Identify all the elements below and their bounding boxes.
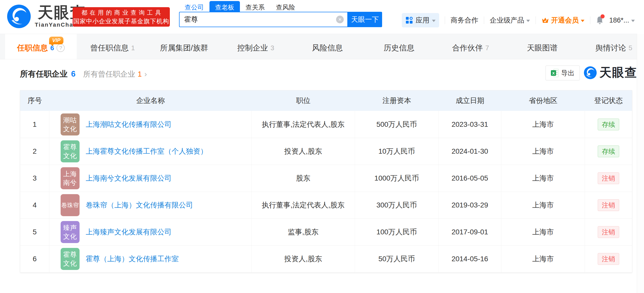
page-tab[interactable]: 舆情讨论 5 [578, 34, 637, 59]
apps-menu[interactable]: 应用 [402, 13, 439, 27]
table-row: 3 上海南兮 上海南兮文化发展有限公司 股东 1000万人民币 2016-05-… [20, 165, 632, 192]
status-badge: 注销 [598, 172, 619, 184]
search-button[interactable]: 天眼一下 [348, 12, 382, 27]
cell-date: 2014-05-16 [439, 246, 501, 272]
company-link[interactable]: 上海臻声文化发展有限公司 [86, 227, 172, 237]
company-link[interactable]: 上海潮咕文化传播有限公司 [86, 120, 172, 129]
row-number: 5 [33, 228, 37, 236]
status-badge: 注销 [598, 199, 619, 211]
capital-text: 1000万人民币 [374, 173, 419, 183]
page-tab-label: 曾任职信息 [90, 43, 129, 53]
company-link[interactable]: 上海霍尊文化传播工作室（个人独资） [86, 146, 207, 156]
cell-status: 存续 [585, 111, 632, 138]
clear-search-icon[interactable]: ✕ [336, 16, 344, 23]
cell-capital: 500万人民币 [355, 111, 439, 138]
cell-date: 2023-03-31 [439, 111, 501, 138]
page-tab-label: 历史信息 [384, 43, 414, 53]
notifications-bell[interactable] [596, 16, 604, 25]
status-badge: 注销 [598, 226, 619, 238]
capital-text: 10万人民币 [378, 146, 415, 156]
cell-region: 上海市 [501, 246, 585, 272]
position-text: 执行董事,法定代表人,股东 [262, 200, 345, 210]
export-button[interactable]: X 导出 [546, 66, 580, 80]
page-tab[interactable]: 控制企业 3 [220, 34, 292, 59]
date-text: 2024-01-30 [451, 147, 488, 155]
nav-cooperation[interactable]: 商务合作 [451, 16, 478, 25]
cell-date: 2024-01-30 [439, 138, 501, 165]
cell-position: 监事,股东 [252, 219, 355, 245]
cell-region: 上海市 [501, 111, 585, 138]
capital-text: 50万人民币 [378, 254, 415, 264]
company-link[interactable]: 卷珠帘（上海）文化传播有限公司 [86, 200, 193, 210]
help-icon[interactable]: ? [57, 44, 65, 52]
region-text: 上海市 [532, 254, 554, 264]
capital-text: 100万人民币 [376, 227, 417, 237]
cell-index: 6 [20, 246, 49, 272]
search-type-tab-label: 查风险 [276, 4, 295, 11]
page-tab[interactable]: 所属集团/族群 [148, 34, 220, 59]
column-header: 成立日期 [439, 90, 501, 111]
page-tab[interactable]: 风险信息 [292, 34, 363, 59]
former-positions-link[interactable]: 所有曾任职企业 1 › [83, 69, 147, 79]
cell-position: 投资人,股东 [252, 138, 355, 165]
nav-open-vip[interactable]: 开通会员 [541, 16, 584, 25]
cell-company: 霍尊文化 上海霍尊文化传播工作室（个人独资） [49, 138, 252, 165]
company-link[interactable]: 上海南兮文化发展有限公司 [86, 173, 172, 183]
company-avatar: 臻声文化 [61, 221, 80, 243]
page-tab[interactable]: 天眼图谱 [506, 34, 578, 59]
cell-capital: 50万人民币 [355, 246, 439, 272]
chevron-down-icon [432, 20, 436, 22]
page-tab[interactable]: 曾任职信息 1 [77, 34, 148, 59]
date-text: 2017-09-01 [451, 228, 488, 236]
notification-dot [601, 14, 605, 18]
column-header: 登记状态 [585, 90, 632, 111]
date-text: 2014-05-16 [451, 255, 488, 263]
company-link[interactable]: 霍尊（上海）文化传播工作室 [86, 254, 179, 264]
page-tab[interactable]: 合作伙伴 7 [435, 34, 506, 59]
region-text: 上海市 [532, 173, 554, 183]
cell-region: 上海市 [501, 219, 585, 245]
divider [536, 16, 536, 24]
nav-enterprise-products[interactable]: 企业级产品 [490, 16, 530, 25]
cell-capital: 300万人民币 [355, 192, 439, 218]
apps-label: 应用 [416, 16, 429, 25]
table-row: 1 潮咕文化 上海潮咕文化传播有限公司 执行董事,法定代表人,股东 500万人民… [20, 111, 632, 138]
table-row: 5 臻声文化 上海臻声文化发展有限公司 监事,股东 100万人民币 2017-0… [20, 218, 632, 245]
scrollbar[interactable] [637, 34, 644, 293]
cell-date: 2019-03-29 [439, 192, 501, 218]
cell-capital: 100万人民币 [355, 219, 439, 245]
search-type-tab-label: 查老板 [215, 4, 234, 11]
search-type-tab-label: 查关系 [246, 4, 265, 11]
logo-swirl-icon [7, 4, 31, 29]
region-text: 上海市 [532, 227, 554, 237]
page-tab-label: 控制企业 [237, 43, 268, 53]
divider [590, 16, 590, 24]
search-input[interactable] [180, 12, 347, 27]
cell-position: 股东 [252, 165, 355, 192]
page-tab-label: 舆情讨论 [595, 43, 626, 53]
ad-banner-line2: 国家中小企业发展子基金旗下机构 [73, 17, 169, 25]
region-text: 上海市 [532, 200, 554, 210]
company-avatar: 潮咕文化 [61, 113, 80, 135]
cell-index: 3 [20, 165, 49, 192]
user-phone-menu[interactable]: 186*... [609, 16, 635, 24]
cell-position: 投资人,股东 [252, 246, 355, 272]
page-tab-label: 天眼图谱 [527, 43, 558, 53]
search-box: ✕ [179, 12, 348, 27]
section-title: 所有任职企业 [20, 69, 68, 79]
position-text: 投资人,股东 [284, 146, 322, 156]
cell-position: 执行董事,法定代表人,股东 [252, 192, 355, 218]
chevron-down-icon [631, 20, 635, 22]
page-tab-count: 3 [271, 44, 274, 52]
chevron-right-icon: › [144, 70, 147, 78]
cell-company: 霍尊文化 霍尊（上海）文化传播工作室 [49, 246, 252, 272]
header-nav: 应用 商务合作 企业级产品 开通会员 [402, 13, 635, 28]
capital-text: 500万人民币 [376, 120, 417, 129]
page-tab[interactable]: VIP 任职信息 6 ? [5, 34, 77, 59]
page-tab[interactable]: 历史信息 [363, 34, 435, 59]
column-header: 注册资本 [355, 90, 439, 111]
apps-grid-icon [405, 16, 413, 24]
page-tab-count: 7 [485, 44, 489, 52]
ad-banner[interactable]: 都在用的商业查询工具 国家中小企业发展子基金旗下机构 [73, 7, 170, 27]
status-badge: 存续 [598, 145, 619, 157]
